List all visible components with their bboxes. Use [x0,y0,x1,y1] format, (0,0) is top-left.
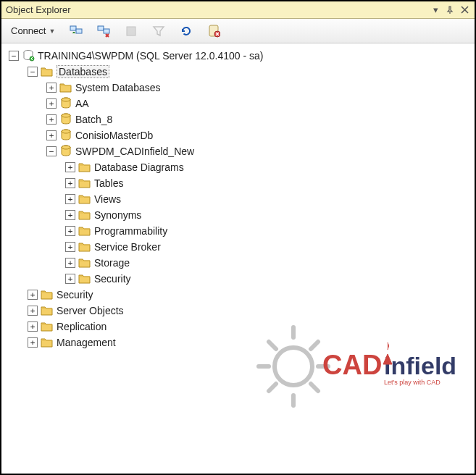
collapse-toggle[interactable]: − [9,51,19,61]
tree-node-storage[interactable]: + Storage [1,255,475,271]
folder-icon [41,304,54,317]
expand-toggle[interactable]: + [65,274,75,284]
folder-icon [78,224,91,238]
close-icon[interactable] [459,4,470,16]
refresh-icon [180,25,193,38]
expand-toggle[interactable]: + [65,258,75,268]
expand-toggle[interactable]: + [65,178,75,188]
tree-label[interactable]: SWPDM_CADInfield_New [75,146,194,157]
folder-icon [78,272,91,285]
tree-label[interactable]: Security [57,289,93,300]
pin-icon[interactable] [444,4,456,16]
tree-label[interactable]: Tables [94,177,123,189]
object-tree: − TRAINING4\SWPDM (SQL Server 12.0.4100 … [1,43,475,355]
panel-title: Object Explorer [6,4,427,15]
folder-icon [78,177,91,190]
expand-toggle[interactable]: + [28,337,38,348]
expand-toggle[interactable]: + [46,98,57,109]
connect-label: Connect [11,25,46,36]
folder-icon [78,240,91,253]
window-options-icon[interactable]: ▾ [430,4,441,16]
tree-node-server-objects[interactable]: + Server Objects [1,303,475,319]
expand-toggle[interactable]: + [65,226,75,236]
folder-icon [41,65,54,78]
tree-node-database-diagrams[interactable]: + Database Diagrams [1,159,475,175]
tree-node-service-broker[interactable]: + Service Broker [1,239,475,255]
tree-node-databases[interactable]: − Databases [1,64,475,80]
monitors-plus-icon [70,25,83,38]
database-icon [59,97,72,110]
chevron-down-icon: ▼ [49,28,55,35]
refresh-button[interactable] [175,22,198,41]
folder-icon [41,288,54,301]
tree-label[interactable]: Replication [57,321,107,332]
database-icon [59,145,72,158]
tree-node-db-security[interactable]: + Security [1,271,475,287]
expand-toggle[interactable]: + [28,306,38,316]
tree-node-views[interactable]: + Views [1,191,475,207]
watermark-tagline: Let's play with CAD [384,379,440,386]
tree-node-db-aa[interactable]: + AA [1,96,475,112]
tree-node-system-databases[interactable]: + System Databases [1,80,475,96]
server-icon [22,49,35,62]
tree-node-management[interactable]: + Management [1,335,475,350]
expand-toggle[interactable]: + [65,162,75,172]
tree-label[interactable]: Views [94,193,121,205]
stop-button[interactable] [120,22,143,41]
tree-node-server[interactable]: − TRAINING4\SWPDM (SQL Server 12.0.4100 … [1,48,475,64]
expand-toggle[interactable]: + [28,290,38,300]
tree-node-replication[interactable]: + Replication [1,319,475,335]
stop-icon [125,25,138,38]
folder-icon [78,209,91,222]
tree-label[interactable]: Management [57,337,116,348]
toolbar: Connect ▼ [1,19,475,43]
tree-label[interactable]: Synonyms [94,209,141,221]
tree-label[interactable]: Server Objects [57,305,124,316]
tree-node-db-batch8[interactable]: + Batch_8 [1,112,475,127]
svg-text:infield: infield [384,352,456,379]
collapse-toggle[interactable]: − [46,146,57,156]
watermark-infield: infield [384,352,456,379]
tree-label[interactable]: Database Diagrams [94,161,184,173]
expand-toggle[interactable]: + [65,210,75,220]
tree-node-db-conisio[interactable]: + ConisioMasterDb [1,127,475,143]
tree-node-tables[interactable]: + Tables [1,175,475,191]
tree-node-server-security[interactable]: + Security [1,287,475,303]
monitors-x-icon [97,25,110,38]
disconnect-button[interactable] [92,22,115,41]
expand-toggle[interactable]: + [46,130,57,140]
folder-icon [78,193,91,206]
filter-icon [152,25,165,38]
tree-label[interactable]: Service Broker [94,241,161,253]
expand-toggle[interactable]: + [46,83,57,93]
tree-node-db-swpdm[interactable]: − SWPDM_CADInfield_New [1,143,475,159]
expand-toggle[interactable]: + [65,242,75,252]
folder-icon [41,336,54,349]
tree-label[interactable]: TRAINING4\SWPDM (SQL Server 12.0.4100 - … [38,50,263,62]
folder-icon [59,81,72,94]
tree-label[interactable]: Storage [94,257,130,269]
tree-node-synonyms[interactable]: + Synonyms [1,207,475,223]
tree-label[interactable]: System Databases [75,82,161,93]
expand-toggle[interactable]: + [46,114,57,125]
scroll-x-icon [207,25,220,38]
filter-button[interactable] [147,22,170,41]
folder-icon [41,320,54,333]
tree-label[interactable]: Security [94,273,131,285]
database-icon [59,129,72,142]
expand-toggle[interactable]: + [65,194,75,204]
expand-toggle[interactable]: + [28,321,38,332]
panel-titlebar: Object Explorer ▾ [1,1,475,19]
tree-node-programmability[interactable]: + Programmability [1,223,475,239]
tree-label[interactable]: Databases [57,65,109,78]
collapse-toggle[interactable]: − [28,67,38,77]
folder-icon [78,256,91,269]
register-servers-button[interactable] [64,22,88,41]
tree-label[interactable]: Programmability [94,225,167,237]
database-icon [59,113,72,126]
tree-label[interactable]: Batch_8 [75,114,112,125]
tree-label[interactable]: AA [75,98,89,109]
tree-label[interactable]: ConisioMasterDb [75,130,153,141]
connect-button[interactable]: Connect ▼ [6,22,60,41]
clear-activity-button[interactable] [202,22,225,41]
